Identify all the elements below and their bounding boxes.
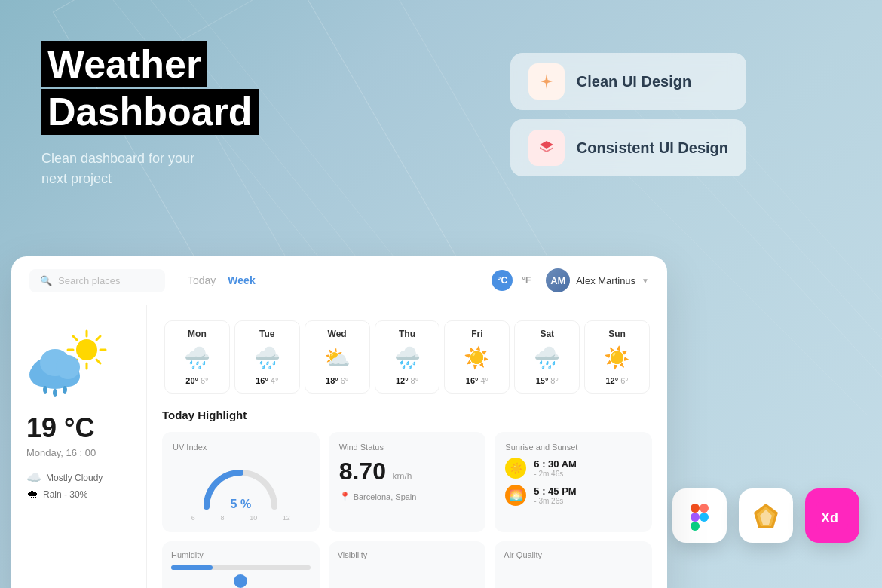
wind-status-card: Wind Status 8.70 km/h 📍 Barcelona, Spain — [329, 432, 486, 532]
sunrise-sunset-card: Sunrise and Sunset ☀️ 6 : 30 AM - 2m 46s… — [495, 432, 652, 532]
sunset-diff: - 3m 26s — [534, 497, 576, 505]
dashboard-body: 19 °C Monday, 16 : 00 ☁️ Mostly Cloudy 🌧… — [11, 305, 667, 588]
sun-label: Sunrise and Sunset — [505, 443, 642, 452]
weather-main-icon — [26, 323, 124, 406]
day-name-wed: Wed — [328, 329, 347, 339]
sunrise-time: 6 : 30 AM — [534, 458, 577, 470]
uv-value: 5 % — [231, 498, 252, 511]
humidity-circle-container — [171, 574, 311, 588]
title-line2: Dashboard — [41, 87, 259, 135]
uv-label: UV Index — [173, 443, 309, 452]
cloud-icon — [26, 338, 102, 399]
day-card-wed: Wed ⛅ 18°6° — [305, 320, 370, 394]
day-temps-wed: 18°6° — [326, 376, 348, 385]
wind-speed-unit: km/h — [392, 471, 412, 482]
uv-index-card: UV Index 5 % 6 8 1 — [162, 432, 320, 532]
sunset-time: 5 : 45 PM — [534, 485, 576, 497]
uv-gauge-numbers: 6 8 10 12 — [173, 514, 309, 522]
day-temps-sun: 12°6° — [606, 376, 629, 385]
day-icon-sat: 🌧️ — [534, 345, 560, 370]
day-icon-sun: ☀️ — [604, 345, 630, 370]
rain-text: Rain - 30% — [43, 489, 87, 500]
day-icon-wed: ⛅ — [324, 345, 351, 370]
day-name-thu: Thu — [399, 329, 415, 339]
feature-icon-consistent — [528, 130, 565, 166]
dashboard-card: 🔍 Search places Today Week °C °F AM Alex… — [11, 256, 667, 588]
rain-icon: 🌧 — [26, 488, 38, 501]
uv-gauge-container: 5 % — [173, 458, 309, 514]
user-profile[interactable]: AM Alex Martinus ▼ — [546, 268, 649, 292]
feature-label-consistent: Consistent UI Design — [577, 139, 728, 157]
wind-location: 📍 Barcelona, Spain — [339, 492, 476, 502]
title-line1: Weather — [41, 41, 259, 87]
day-card-thu: Thu 🌧️ 12°8° — [375, 320, 440, 394]
main-temperature: 19 °C — [26, 412, 131, 444]
day-icon-fri: ☀️ — [464, 345, 490, 370]
feature-icon-clean — [528, 63, 565, 100]
svg-rect-12 — [691, 522, 700, 531]
svg-rect-11 — [691, 513, 700, 522]
xd-logo: Xd — [816, 500, 848, 531]
main-content: Mon 🌧️ 20°6° Tue 🌧️ 16°4° Wed ⛅ — [147, 305, 667, 588]
unit-fahrenheit[interactable]: °F — [516, 270, 537, 291]
header-right: °C °F AM Alex Martinus ▼ — [492, 268, 649, 292]
day-card-sat: Sat 🌧️ 15°8° — [514, 320, 580, 394]
sunrise-info: 6 : 30 AM - 2m 46s — [534, 458, 577, 478]
svg-rect-9 — [691, 504, 700, 513]
day-temps-tue: 16°4° — [256, 376, 278, 385]
spark-icon — [536, 71, 557, 92]
week-forecast: Mon 🌧️ 20°6° Tue 🌧️ 16°4° Wed ⛅ — [162, 320, 652, 394]
day-name-sat: Sat — [540, 329, 554, 339]
search-icon: 🔍 — [40, 275, 52, 286]
day-card-tue: Tue 🌧️ 16°4° — [234, 320, 300, 394]
wind-speed-value: 8.70 — [339, 458, 386, 485]
wind-location-text: Barcelona, Spain — [354, 492, 417, 501]
day-temps-mon: 20°6° — [185, 376, 208, 385]
feature-clean-ui: Clean UI Design — [510, 53, 746, 110]
air-quality-card: Air Quality — [495, 541, 652, 588]
day-temps-thu: 12°8° — [396, 376, 418, 385]
sketch-app-icon — [739, 488, 793, 543]
title-area: Weather Dashboard Clean dashboard for yo… — [41, 41, 259, 189]
figma-app-icon — [672, 488, 727, 543]
feature-label-clean: Clean UI Design — [577, 73, 691, 90]
tab-week[interactable]: Week — [228, 271, 255, 289]
sunset-info: 5 : 45 PM - 3m 26s — [534, 485, 576, 505]
dashboard-header: 🔍 Search places Today Week °C °F AM Alex… — [11, 256, 667, 305]
highlights-grid: UV Index 5 % 6 8 1 — [162, 432, 652, 532]
user-name: Alex Martinus — [576, 275, 635, 286]
highlight-title: Today Highlight — [162, 409, 652, 421]
svg-point-33 — [43, 386, 47, 394]
day-icon-tue: 🌧️ — [254, 345, 280, 370]
left-sidebar: 19 °C Monday, 16 : 00 ☁️ Mostly Cloudy 🌧… — [11, 305, 147, 588]
tab-today[interactable]: Today — [188, 271, 216, 289]
features-area: Clean UI Design Consistent UI Design — [510, 53, 746, 176]
svg-point-34 — [53, 389, 57, 397]
sunset-row: 🌅 5 : 45 PM - 3m 26s — [505, 485, 642, 506]
sketch-logo — [751, 501, 781, 531]
day-name-tue: Tue — [259, 329, 274, 339]
app-icons-area: Xd — [672, 488, 859, 543]
wind-speed-display: 8.70 km/h — [339, 458, 476, 485]
subtitle: Clean dashboard for yournext project — [41, 149, 259, 189]
visibility-label: Visibility — [338, 550, 477, 559]
condition-row-cloud: ☁️ Mostly Cloudy — [26, 470, 131, 485]
search-input-placeholder: Search places — [58, 275, 120, 286]
pin-icon: 📍 — [339, 492, 351, 502]
search-box[interactable]: 🔍 Search places — [29, 269, 165, 292]
day-card-mon: Mon 🌧️ 20°6° — [164, 320, 230, 394]
layers-icon — [536, 137, 557, 158]
day-temps-sat: 15°8° — [536, 376, 559, 385]
visibility-card: Visibility — [329, 541, 486, 588]
svg-rect-10 — [700, 504, 709, 513]
unit-celsius[interactable]: °C — [492, 270, 513, 291]
svg-point-35 — [63, 386, 67, 394]
svg-point-13 — [700, 513, 709, 522]
day-name-sun: Sun — [608, 329, 626, 339]
cloud-small-icon: ☁️ — [26, 470, 41, 485]
condition-text: Mostly Cloudy — [46, 473, 103, 483]
temp-unit-selector: °C °F — [492, 270, 537, 291]
sunrise-row: ☀️ 6 : 30 AM - 2m 46s — [505, 458, 642, 479]
xd-app-icon: Xd — [805, 488, 859, 543]
highlights-bottom: Humidity Visibility Air Quality — [162, 541, 652, 588]
